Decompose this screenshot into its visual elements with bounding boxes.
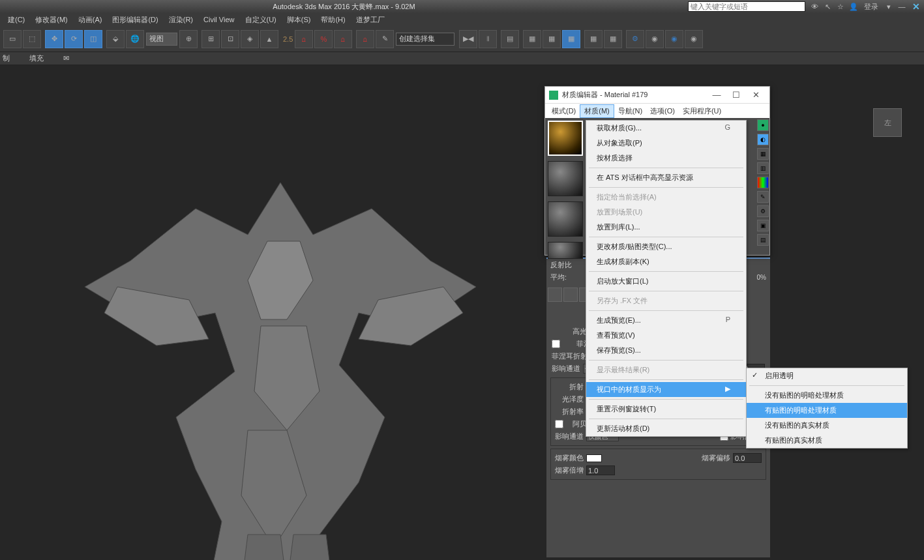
layer-manager-tool[interactable]: ▤ <box>501 30 519 48</box>
material-slot-1[interactable] <box>548 161 583 196</box>
fog-mult-spinner[interactable]: 1.0 <box>586 465 615 475</box>
viewport-display-item-3[interactable]: 有贴图的明暗处理材质 <box>747 403 907 418</box>
mat-menu-options[interactable]: 选项(O) <box>646 105 679 117</box>
view-cube[interactable]: 左 <box>873 108 902 137</box>
render-teapot-tool[interactable]: ◉ <box>665 30 683 48</box>
select-move-tool[interactable]: ✥ <box>45 30 63 48</box>
user-icon[interactable]: 👤 <box>848 1 859 12</box>
material-minimize-button[interactable]: — <box>707 90 726 100</box>
make-preview-icon[interactable]: ✎ <box>757 191 769 203</box>
menu-customize[interactable]: 自定义(U) <box>240 15 282 25</box>
fog-bias-spinner[interactable]: 0.0 <box>733 453 762 463</box>
select-region-tool[interactable]: ▭ <box>3 30 22 48</box>
envelope-icon[interactable]: ✉ <box>63 54 69 63</box>
material-slot-3[interactable] <box>548 242 583 259</box>
sample-uv-icon[interactable]: ▥ <box>757 162 769 174</box>
login-link[interactable]: 登录 <box>864 2 878 12</box>
sec-create[interactable]: 制 <box>3 53 10 63</box>
named-selection-tool[interactable]: ◈ <box>241 30 259 48</box>
material-menu-item-25[interactable]: 重置示例窗旋转(T) <box>586 402 746 417</box>
material-menu-item-18[interactable]: 查看预览(V) <box>586 328 746 343</box>
snap-toggle-tool[interactable]: ⩍ <box>356 30 374 48</box>
select-by-material-icon[interactable]: ▣ <box>757 220 769 231</box>
menu-maxscript[interactable]: 脚本(S) <box>282 15 316 25</box>
material-map-navigator-icon[interactable]: ▤ <box>757 234 769 246</box>
snap-angle-tool[interactable]: ⩍ <box>295 30 313 48</box>
material-menu-item-17[interactable]: 生成预览(E)...P <box>586 313 746 328</box>
material-menu-item-0[interactable]: 获取材质(G)...G <box>586 121 746 136</box>
close-window-icon[interactable]: ✕ <box>912 1 920 12</box>
fog-color-swatch[interactable] <box>586 454 602 462</box>
mat-tool-2[interactable] <box>563 287 578 302</box>
align-tool[interactable]: ⫴ <box>479 30 497 48</box>
material-menu-item-4[interactable]: 在 ATS 对话框中高亮显示资源 <box>586 170 746 185</box>
material-editor-titlebar[interactable]: 材质编辑器 - Material #179 — ☐ ✕ <box>545 87 769 104</box>
keyboard-shortcut-tool[interactable]: ⊡ <box>221 30 239 48</box>
snap-spinner-tool[interactable]: ⩍ <box>334 30 352 48</box>
menu-civil-view[interactable]: Civil View <box>198 16 239 23</box>
sample-type-icon[interactable]: ● <box>757 119 769 131</box>
background-icon[interactable]: ▦ <box>757 148 769 160</box>
material-slot-0[interactable] <box>548 121 583 156</box>
menu-help[interactable]: 帮助(H) <box>316 15 350 25</box>
menu-graph-editors[interactable]: 图形编辑器(D) <box>107 15 163 25</box>
snap-percent-tool[interactable]: % <box>314 30 333 48</box>
video-color-icon[interactable] <box>757 177 769 188</box>
mirror-tool[interactable]: ▲ <box>260 30 278 48</box>
select-place-tool[interactable]: ⬙ <box>106 30 125 48</box>
select-rotate-tool[interactable]: ⟳ <box>65 30 83 48</box>
material-slot-2[interactable] <box>548 201 583 237</box>
render-production-tool[interactable]: ◉ <box>685 30 703 48</box>
viewport-display-item-4[interactable]: 没有贴图的真实材质 <box>747 418 907 433</box>
use-pivot-tool[interactable]: ⊕ <box>179 30 198 48</box>
mat-menu-navigation[interactable]: 导航(N) <box>614 105 646 117</box>
render-frame-tool[interactable]: ▦ <box>604 30 622 48</box>
curve-editor-tool[interactable]: ▦ <box>523 30 541 48</box>
material-menu-item-13[interactable]: 启动放大窗口(L) <box>586 274 746 289</box>
options-icon[interactable]: ⚙ <box>757 205 769 217</box>
schematic-view-tool[interactable]: ▦ <box>543 30 561 48</box>
material-menu-item-27[interactable]: 更新活动材质(D) <box>586 421 746 436</box>
select-all-tool[interactable]: ⬚ <box>23 30 41 48</box>
north-arrow-icon[interactable]: ↖ <box>822 1 833 12</box>
mat-menu-material[interactable]: 材质(M) <box>580 104 614 118</box>
viewport-display-item-5[interactable]: 有贴图的真实材质 <box>747 433 907 448</box>
abbe-checkbox[interactable] <box>555 420 563 428</box>
render-preset-tool[interactable]: ◉ <box>646 30 664 48</box>
mat-tool-1[interactable] <box>548 287 562 302</box>
viewport-display-item-0[interactable]: ✓启用透明 <box>747 368 907 383</box>
menu-dreamfactory[interactable]: 道梦工厂 <box>351 15 390 25</box>
material-close-button[interactable]: ✕ <box>746 90 766 100</box>
mirror-geometry-tool[interactable]: ▶◀ <box>459 30 477 48</box>
reference-coord-tool[interactable]: 🌐 <box>126 30 144 48</box>
backlight-icon[interactable]: ◐ <box>757 134 769 145</box>
dropdown-icon[interactable]: ▾ <box>884 1 894 12</box>
material-menu-item-2[interactable]: 按材质选择 <box>586 151 746 166</box>
mat-menu-utilities[interactable]: 实用程序(U) <box>679 105 725 117</box>
material-editor-tool[interactable]: ▦ <box>562 30 580 48</box>
viewport-display-item-2[interactable]: 没有贴图的明暗处理材质 <box>747 388 907 403</box>
star-icon[interactable]: ☆ <box>835 1 846 12</box>
render-checker-tool[interactable]: ⚙ <box>626 30 644 48</box>
material-menu-item-8[interactable]: 放置到库(L)... <box>586 220 746 235</box>
mat-menu-modes[interactable]: 模式(D) <box>548 105 580 117</box>
binoculars-icon[interactable]: 👁 <box>809 1 820 12</box>
help-search-input[interactable] <box>688 1 805 12</box>
minimize-icon[interactable]: — <box>897 1 907 12</box>
view-dropdown[interactable]: 视图 <box>146 33 177 46</box>
menu-rendering[interactable]: 渲染(R) <box>164 15 198 25</box>
select-scale-tool[interactable]: ◫ <box>84 30 102 48</box>
select-manipulate-tool[interactable]: ⊞ <box>201 30 220 48</box>
material-menu-item-19[interactable]: 保存预览(S)... <box>586 343 746 358</box>
menu-modifiers[interactable]: 修改器(M) <box>30 15 73 25</box>
material-maximize-button[interactable]: ☐ <box>726 90 746 100</box>
render-setup-tool[interactable]: ▦ <box>584 30 603 48</box>
menu-create[interactable]: 建(C) <box>3 15 30 25</box>
fresnel-checkbox[interactable] <box>552 340 560 348</box>
material-menu-item-1[interactable]: 从对象选取(P) <box>586 136 746 151</box>
menu-animation[interactable]: 动画(A) <box>73 15 108 25</box>
create-selection-set-dropdown[interactable]: 创建选择集 <box>396 33 455 46</box>
edit-named-selections-tool[interactable]: ✎ <box>376 30 394 48</box>
material-menu-item-11[interactable]: 生成材质副本(K) <box>586 254 746 269</box>
viewport[interactable]: 左 <box>0 65 924 560</box>
